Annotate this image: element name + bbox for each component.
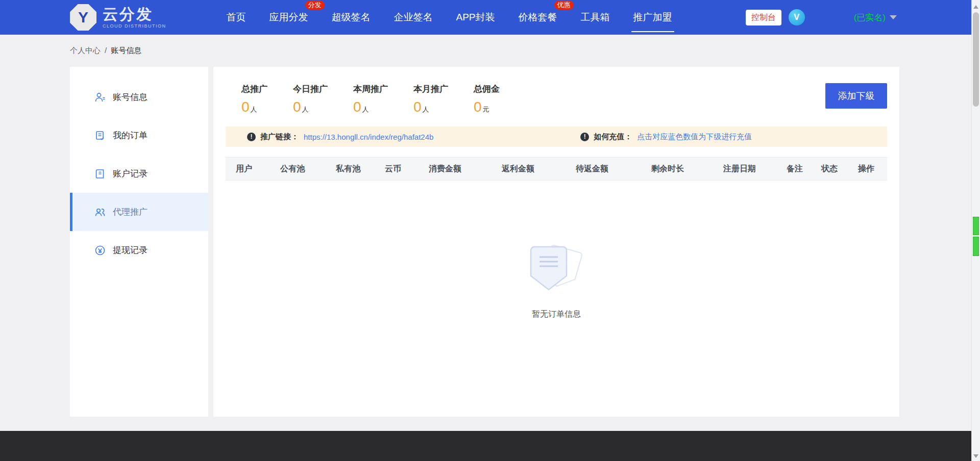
stat-unit: 人: [423, 106, 429, 113]
logo[interactable]: Y 云分发 CLOUD DISTRIBUTION: [70, 4, 166, 31]
agents-icon: [94, 207, 106, 218]
nav-item-label: 应用分发: [270, 12, 308, 22]
sidebar-item-3[interactable]: 代理推广: [70, 193, 208, 231]
stat-value: 0元: [474, 99, 500, 115]
add-subordinate-button[interactable]: 添加下級: [825, 83, 887, 109]
breadcrumb: 个人中心 / 账号信息: [70, 46, 141, 56]
nav-item-0[interactable]: 首页: [227, 9, 246, 26]
withdraw-icon: [94, 245, 106, 256]
page-body: 账号信息我的订单账户记录代理推广提现记录 总推广0人今日推广0人本周推广0人本月…: [70, 67, 899, 417]
table-header-3: 云币: [375, 158, 419, 181]
stat-number: 0: [353, 99, 361, 115]
nav-item-label: 首页: [227, 12, 246, 22]
table-header-10: 状态: [811, 158, 848, 181]
stat-value: 0人: [413, 99, 448, 115]
nav-item-7[interactable]: 推广加盟: [633, 9, 672, 26]
navbar-right: 控制台 V (已实名): [746, 0, 897, 35]
nav-item-3[interactable]: 企业签名: [394, 9, 433, 26]
empty-orders-icon: [527, 244, 586, 301]
logo-subtitle: CLOUD DISTRIBUTION: [103, 23, 166, 29]
stats-section: 总推广0人今日推广0人本周推广0人本月推广0人总佣金0元 添加下級: [226, 67, 887, 115]
promo-link-label: 推广链接：: [260, 132, 299, 142]
stat-number: 0: [241, 99, 250, 115]
table-header-11: 操作: [848, 158, 887, 181]
nav-item-1[interactable]: 应用分发分发: [270, 9, 308, 26]
nav-item-label: APP封装: [456, 12, 495, 22]
info-icon: !: [580, 133, 589, 141]
vertical-scrollbar[interactable]: [971, 0, 980, 461]
stat-label: 今日推广: [293, 83, 328, 95]
sidebar: 账号信息我的订单账户记录代理推广提现记录: [70, 67, 208, 417]
stat-value: 0人: [293, 99, 328, 115]
promo-link-group: ! 推广链接： https://13.hongll.cn/index/reg/h…: [247, 132, 433, 142]
nav-menu: 首页应用分发分发超级签名企业签名APP封装价格套餐优惠工具箱推广加盟: [227, 9, 672, 26]
stat-number: 0: [474, 99, 482, 115]
nav-item-label: 工具箱: [581, 12, 610, 22]
stat-2: 本周推广0人: [353, 83, 388, 115]
scrollbar-marker-green: [973, 217, 979, 235]
avatar[interactable]: V: [789, 9, 805, 25]
stat-number: 0: [293, 99, 301, 115]
logo-text: 云分发 CLOUD DISTRIBUTION: [103, 7, 166, 29]
stat-3: 本月推广0人: [413, 83, 448, 115]
stat-number: 0: [413, 99, 422, 115]
stat-label: 总佣金: [474, 83, 500, 95]
stat-label: 总推广: [241, 83, 267, 95]
nav-item-5[interactable]: 价格套餐优惠: [519, 9, 557, 26]
sidebar-item-2[interactable]: 账户记录: [70, 155, 208, 193]
empty-state: 暂无订单信息: [213, 244, 899, 320]
nav-badge: 优惠: [554, 1, 574, 10]
stats-row: 总推广0人今日推广0人本周推广0人本月推广0人总佣金0元: [241, 83, 500, 115]
scroll-down-arrow-icon[interactable]: [973, 454, 978, 458]
scrollbar-marker-green: [973, 237, 979, 256]
sidebar-item-0[interactable]: 账号信息: [70, 78, 208, 116]
breadcrumb-parent[interactable]: 个人中心: [70, 46, 101, 56]
subordinates-table: 用户公有池私有池云币消费金额返利金额待返金额剩余时长注册日期备注状态操作: [226, 157, 887, 181]
stat-unit: 人: [251, 106, 257, 113]
recharge-help-group: ! 如何充值： 点击对应蓝色数值为下级进行充值: [580, 132, 752, 142]
stat-value: 0人: [241, 99, 267, 115]
table-header-5: 返利金额: [492, 158, 566, 181]
chevron-down-icon: [890, 15, 897, 19]
nav-item-label: 价格套餐: [519, 12, 557, 22]
footer: [0, 431, 980, 461]
main-panel: 总推广0人今日推广0人本周推广0人本月推广0人总佣金0元 添加下級 ! 推广链接…: [213, 67, 899, 417]
sidebar-item-label: 账号信息: [113, 91, 148, 103]
table-header-0: 用户: [226, 158, 270, 181]
console-button[interactable]: 控制台: [746, 10, 781, 25]
stat-unit: 元: [483, 106, 489, 113]
recharge-help-label: 如何充值：: [594, 132, 632, 142]
table-header-4: 消费金额: [419, 158, 492, 181]
stat-value: 0人: [353, 99, 388, 115]
sidebar-item-4[interactable]: 提现记录: [70, 231, 208, 269]
nav-item-4[interactable]: APP封装: [456, 9, 495, 26]
stat-0: 总推广0人: [241, 83, 267, 115]
notice-bar: ! 推广链接： https://13.hongll.cn/index/reg/h…: [226, 126, 887, 147]
sidebar-item-1[interactable]: 我的订单: [70, 116, 208, 155]
stat-4: 总佣金0元: [474, 83, 500, 115]
breadcrumb-separator: /: [105, 46, 107, 56]
stat-label: 本周推广: [353, 83, 388, 95]
record-icon: [94, 168, 106, 180]
promo-link-url[interactable]: https://13.hongll.cn/index/reg/hafat24b: [304, 133, 433, 141]
nav-badge: 分发: [305, 1, 325, 10]
logo-icon: Y: [70, 4, 96, 31]
scroll-up-arrow-icon[interactable]: [973, 5, 978, 9]
stat-unit: 人: [302, 106, 309, 113]
table-header-1: 公有池: [270, 158, 326, 181]
user-status-dropdown[interactable]: (已实名): [854, 12, 897, 23]
navbar: Y 云分发 CLOUD DISTRIBUTION 首页应用分发分发超级签名企业签…: [0, 0, 980, 35]
breadcrumb-current: 账号信息: [111, 46, 141, 56]
breadcrumb-bar: 个人中心 / 账号信息: [0, 35, 980, 67]
nav-item-2[interactable]: 超级签名: [332, 9, 371, 26]
sidebar-item-label: 提现记录: [113, 244, 148, 256]
order-icon: [94, 130, 106, 141]
table-header-9: 备注: [776, 158, 811, 181]
stat-label: 本月推广: [413, 83, 448, 95]
table-header-6: 待返金额: [566, 158, 641, 181]
recharge-help-link[interactable]: 点击对应蓝色数值为下级进行充值: [637, 132, 752, 142]
nav-item-6[interactable]: 工具箱: [581, 9, 610, 26]
table-header-8: 注册日期: [713, 158, 776, 181]
stat-1: 今日推广0人: [293, 83, 328, 115]
scrollbar-thumb[interactable]: [973, 12, 979, 107]
